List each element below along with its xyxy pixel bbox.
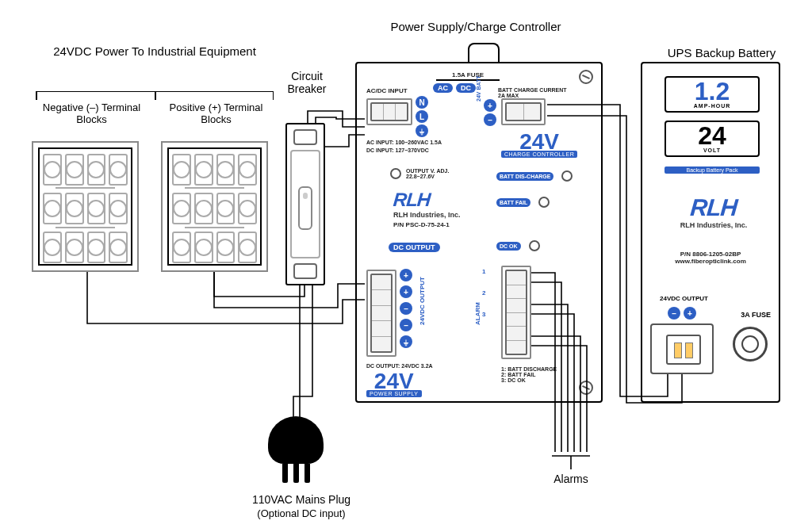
ups-output-port [650,323,714,374]
dcout-24vdc-label: 24VDC OUTPUT [419,277,426,325]
ups-brand-sub: RLH Industries, Inc. [674,221,753,229]
batt-discharge-led [561,170,573,182]
power-supply-panel: 1.5A FUSE AC/DC INPUT AC DC N L ⏚ AC INP… [355,62,603,403]
dc-output-spec: DC OUTPUT: 24VDC 3.2A [366,363,433,369]
dcout-minus-icon: – [400,302,412,315]
alarms-label: Alarms [539,473,603,485]
gnd-terminal-icon: ⏚ [416,124,428,137]
dcout-plus-icon: + [400,269,412,281]
acdc-connector [366,98,412,125]
n-terminal-icon: N [416,96,428,109]
batt-24v-label: 24V BATT [476,75,481,101]
alarm-3-label: 3 [482,311,486,318]
ups-battery-panel: 1.2 AMP-HOUR 24 VOLT Backup Battery Pack… [641,62,780,403]
charge-controller-sub: CHARGE CONTROLLER [501,151,577,158]
batt-discharge-label: BATT DIS-CHARGE [496,172,553,181]
rlh-logo: RLH [393,189,462,211]
terminal-block-negative [32,141,139,272]
ac-pill: AC [433,83,453,93]
batt-connector [501,98,546,125]
ups-part-number: P/N 8806-1205-02BP [642,251,779,258]
batt-fail-label: BATT FAIL [496,198,530,207]
terminal-neg-label: Negative (–) Terminal Blocks [38,101,145,125]
acdc-input-label: AC/DC INPUT [366,87,408,94]
ups-minus-icon: – [668,307,680,320]
batt-plus-icon: + [484,99,496,112]
alarm-legend-3: 3: DC OK [501,377,557,383]
alarm-2-label: 2 [482,289,486,297]
power-supply-sub: POWER SUPPLY [366,390,422,397]
psu-part-number: P/N PSC-D-75-24-1 [393,221,461,228]
dc-ok-led [529,240,540,251]
ups-rlh-logo: RLH [673,194,755,221]
mains-plug-icon [268,416,324,464]
alarm-1-label: 1 [482,268,486,275]
terminal-pos-label: Positive (+) Terminal Blocks [163,101,270,125]
dcout-plus2-icon: + [400,285,412,298]
ups-plus-icon: + [684,307,696,320]
ups-amp-badge: 1.2 AMP-HOUR [665,76,760,113]
ups-volt-badge: 24 VOLT [665,121,760,157]
dc-pill: DC [456,83,476,93]
power-supply-badge: 24V [366,373,422,390]
psu-title: Power Supply/Charge Controller [365,20,587,33]
ups-fuse-icon [733,327,768,362]
dc-input-spec: DC INPUT: 127~370VDC [366,147,429,153]
terminals-title: 24VDC Power To Industrial Equipment [48,44,262,58]
output-adj-label: OUTPUT V. ADJ. 22.8~27.6V [406,168,462,179]
circuit-breaker [285,123,325,285]
ups-output-label: 24VDC OUTPUT [660,295,708,302]
terminal-block-positive [161,141,268,272]
alarm-legend-1: 1: BATT DISCHARGE [501,366,557,372]
adj-pot-icon [390,168,401,179]
mains-sub-label: (Optional DC input) [238,507,365,519]
ups-url: www.fiberopticlink.com [642,258,779,265]
alarm-vert-label: ALARM [474,302,481,325]
ac-input-spec: AC INPUT: 100~260VAC 1.5A [366,140,442,145]
dc-output-pill: DC OUTPUT [389,243,440,252]
alarm-legend-2: 2: BATT FAIL [501,372,557,377]
dcout-gnd-icon: ⏚ [400,335,412,348]
ups-pack-label: Backup Battery Pack [665,166,760,174]
ups-fuse-label: 3A FUSE [741,311,771,319]
mains-label: 110VAC Mains Plug [238,493,365,506]
screw-icon [579,70,593,84]
l-terminal-icon: L [416,110,428,123]
batt-minus-icon: – [484,113,496,126]
charge-controller-badge: 24V [501,133,577,151]
batt-fail-led [538,197,550,208]
dc-output-connector [366,270,396,357]
batt-charge-label: BATT CHARGE CURRENT 2A MAX [498,87,569,98]
rlh-brand-sub: RLH Industries, Inc. [393,211,461,219]
dcout-minus2-icon: – [400,319,412,331]
breaker-title: Circuit Breaker [279,70,335,95]
ups-title: UPS Backup Battery [650,46,793,59]
psu-top-knob [468,43,500,63]
dc-ok-label: DC OK [496,242,521,251]
alarm-connector [501,266,531,359]
screw-icon [579,381,593,395]
